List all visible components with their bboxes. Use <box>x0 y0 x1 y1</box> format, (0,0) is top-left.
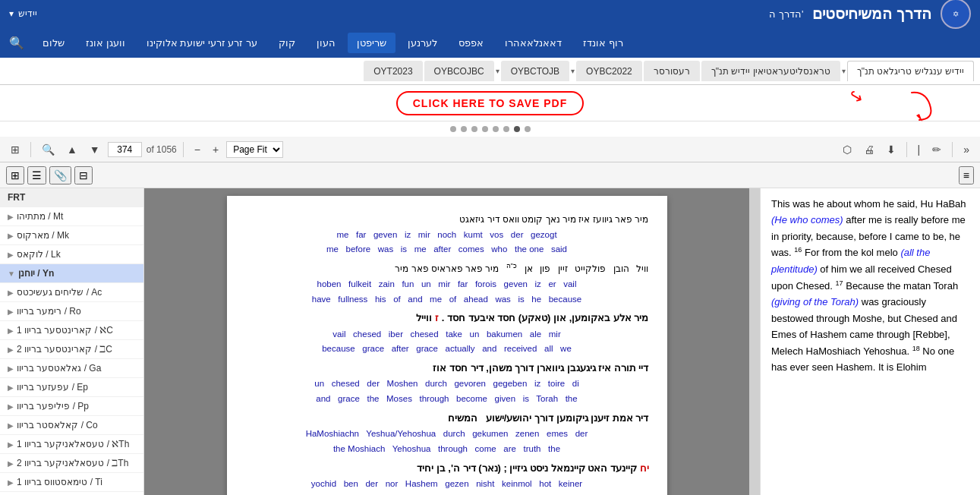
zoom-in-button[interactable]: + <box>208 141 223 158</box>
sidebar-item-th1[interactable]: ▶ טעסאלאניקער בריוו 1 / ℵTh <box>0 435 143 454</box>
toolbar-separator-4 <box>952 142 953 157</box>
page-up-button[interactable]: ▲ <box>62 141 82 158</box>
dot-4[interactable] <box>482 126 488 132</box>
tab-resources[interactable]: רעסורסר <box>644 61 700 81</box>
nav-item-apps[interactable]: אפפס <box>449 33 493 53</box>
nav-item-heron[interactable]: העון <box>307 33 345 53</box>
nav-item-download[interactable]: דאאנלאאהרו <box>496 33 571 53</box>
save-pdf-button[interactable]: CLICK HERE TO SAVE PDF <box>396 91 585 115</box>
sidebar-item-ti2[interactable]: ▶ טימאסטווס בריוו 2 / Ti <box>0 492 143 495</box>
tab-arrow-1: ▾ <box>842 67 846 75</box>
pdf-line-english-2: hoben fulkeit zain fun un mir far forois… <box>245 278 649 292</box>
sidebar-item-co[interactable]: ▶ קאלאסטר בריוו / Co <box>0 416 143 435</box>
sidebar-item-ac1[interactable]: ▶ קארינטסער בריוו 1 / ℵC <box>0 321 143 340</box>
arrow-icon-ga: ▶ <box>8 364 14 373</box>
settings-button[interactable]: ≡ <box>959 166 974 184</box>
tab-arrow-3: ▾ <box>496 67 499 75</box>
pdf-line-yiddish-4: דיי תורה איז גיגעגבן גיווארן דורך משהן, … <box>245 361 649 376</box>
sidebar-item-ga-label: גאלאטסער בריוו / Ga <box>17 363 101 374</box>
dot-2[interactable] <box>461 126 467 132</box>
nav-item-lernen[interactable]: לערנען <box>399 33 446 53</box>
pdf-line-yiddish-1: מיר פאר גיוועז איז מיר נאך קומט וואס דיר… <box>245 213 649 227</box>
nav-item-kuk[interactable]: קוק <box>269 33 304 53</box>
pdf-block-1: מיר פאר גיוועז איז מיר נאך קומט וואס דיר… <box>245 213 649 257</box>
layers-button[interactable]: ⊟ <box>74 166 93 184</box>
right-panel: This was he about whom he said, Hu HaBah… <box>760 188 980 495</box>
pdf-area[interactable]: מיר פאר גיוועז איז מיר נאך קומט וואס דיר… <box>144 188 749 495</box>
nav-item-er[interactable]: ער זרע זרעי ישועת אלוקינו <box>137 33 266 53</box>
attachment-button[interactable]: 📎 <box>49 166 71 184</box>
tab-transliteration[interactable]: טראנסליטעראטיאין יידיש תנ"ך <box>701 61 840 81</box>
arrow-icon-ac: ▶ <box>8 288 14 297</box>
sidebar-item-ac2-label: קארינטסער בריוו 2 / ℶC <box>17 344 112 355</box>
sidebar-item-pp[interactable]: ▶ פיליפער בריוו / Pp <box>0 397 143 416</box>
lang-label[interactable]: יידיש <box>18 8 37 19</box>
zoom-select[interactable]: Page Fit 50% 75% 100% 125% 150% <box>226 141 283 158</box>
sidebar-item-ga[interactable]: ▶ גאלאטסער בריוו / Ga <box>0 359 143 378</box>
dot-3[interactable] <box>471 126 477 132</box>
nav-item-shalom[interactable]: שלום <box>33 33 74 53</box>
sidebar-item-ep-label: עפעזער בריוו / Ep <box>17 382 88 393</box>
sidebar-item-mk-label: מארקוס / Mk <box>17 230 69 241</box>
sidebar-item-ep[interactable]: ▶ עפעזער בריוו / Ep <box>0 378 143 397</box>
nav-item-call[interactable]: רוף אונדז <box>574 33 632 53</box>
arrow-icon-yn: ▼ <box>8 270 15 278</box>
print-button[interactable]: 🖨 <box>859 141 879 158</box>
open-new-window-button[interactable]: ⬡ <box>838 141 856 158</box>
toolbar-separator-3 <box>906 142 907 157</box>
sidebar-item-pp-label: פיליפער בריוו / Pp <box>17 401 89 411</box>
sidebar-item-ac[interactable]: ▶ שליחים געשיכטס / Ac <box>0 283 143 302</box>
pdf-line-english-6: yochid ben der nor Hashem gezen nisht ke… <box>245 478 649 491</box>
list-view-button[interactable]: ☰ <box>27 166 46 184</box>
dot-8[interactable] <box>525 126 531 132</box>
sidebar-item-mk[interactable]: ▶ מארקוס / Mk <box>0 226 143 245</box>
expand-button[interactable]: » <box>959 141 974 158</box>
arrow-icon-mt: ▶ <box>8 213 14 221</box>
pdf-line-english-3: vail chesed iber chesed take un bakumen … <box>245 328 649 342</box>
zoom-out-button[interactable]: − <box>190 141 205 158</box>
sidebar-item-ti1-label: טימאסטווס בריוו 1 / Ti <box>17 477 102 487</box>
page-down-button[interactable]: ▼ <box>85 141 105 158</box>
sidebar-item-ti1[interactable]: ▶ טימאסטווס בריוו 1 / Ti <box>0 473 143 492</box>
sidebar-item-th2[interactable]: ▶ טעסאלאניקער בריוו 2 / ℶTh <box>0 454 143 473</box>
chevron-down-icon: ▾ <box>9 8 14 19</box>
sidebar-toggle-button[interactable]: ⊞ <box>6 141 24 158</box>
dot-7[interactable] <box>514 126 520 132</box>
verse-18-num: 18 <box>912 345 920 352</box>
nav-item-shriften[interactable]: שריפטן <box>348 33 395 53</box>
pdf-line-yiddish-2: וויל הובן פולקייט זיין פון אן כ"ה מיר פא… <box>245 261 649 276</box>
pagination-dots <box>0 121 980 137</box>
scrollbar[interactable] <box>749 188 760 495</box>
arrow-icon-ac2: ▶ <box>8 345 14 354</box>
thumbnail-view-button[interactable]: ⊞ <box>6 166 24 184</box>
pdf-line-english-4: un chesed der Moshen durch gevoren gegeb… <box>245 377 649 391</box>
sidebar-item-co-label: קאלאסטר בריוו / Co <box>17 420 98 430</box>
search-icon[interactable]: 🔍 <box>9 36 24 50</box>
tab-oybcojbc[interactable]: OYBCOJBC <box>424 61 494 81</box>
tab-oybctojb[interactable]: OYBCTOJB <box>501 61 569 81</box>
nav-item-vegen[interactable]: וועגן אונז <box>77 33 134 53</box>
pdf-line-english-5: HaMoshiachn Yeshua/Yehoshua durch gekume… <box>245 427 649 441</box>
dot-5[interactable] <box>493 126 499 132</box>
dot-6[interactable] <box>503 126 509 132</box>
arrow-icon-ti1: ▶ <box>8 478 14 487</box>
sidebar-item-ro[interactable]: ▶ רימער בריוו / Ro <box>0 302 143 321</box>
top-bar-right: הדרך ה' הדרך המשיחיסטים ✡ <box>769 0 971 29</box>
sidebar-item-lk[interactable]: ▶ לוקאס / Lk <box>0 245 143 264</box>
tab-oybc2022[interactable]: OYBC2022 <box>576 61 642 81</box>
top-bar-left: ▾ יידיש <box>9 8 37 19</box>
search-pdf-button[interactable]: 🔍 <box>37 141 59 158</box>
verse-16-num: 16 <box>794 246 802 254</box>
page-number-input[interactable]: 374 <box>108 142 142 157</box>
pdf-toolbar-secondary: ⊞ ☰ 📎 ⊟ ≡ <box>0 162 980 188</box>
sidebar-item-yn[interactable]: ▼ יוחנן / Yn <box>0 264 143 283</box>
right-panel-text: This was he about whom he said, Hu HaBah… <box>771 196 969 376</box>
sidebar-item-mt[interactable]: ▶ מתתיהו / Mt <box>0 207 143 226</box>
select-text-button[interactable]: | <box>913 141 925 158</box>
dot-1[interactable] <box>450 126 456 132</box>
sidebar-item-ac2[interactable]: ▶ קארינטסער בריוו 2 / ℶC <box>0 340 143 359</box>
annotate-button[interactable]: ✏ <box>928 141 946 158</box>
tab-oyt2023[interactable]: OYT2023 <box>364 61 422 81</box>
tab-yiddish-english[interactable]: יידיש ענגליש טריגלאט תנ"ך <box>847 61 974 81</box>
download-button[interactable]: ⬇ <box>882 141 900 158</box>
